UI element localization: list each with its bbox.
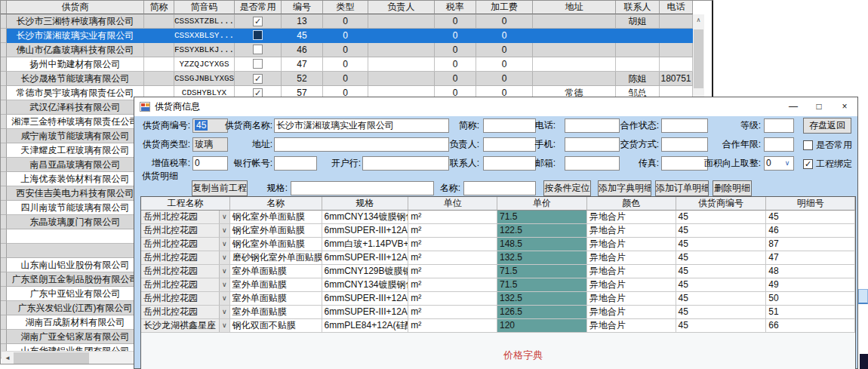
add-dictionary-detail-button[interactable]: 添加字典明细: [598, 180, 651, 196]
column-header-fee[interactable]: 加工费: [476, 1, 533, 14]
detail-row[interactable]: 岳州北控花园∨钢化室外单面贴膜6mmSUPER-III+12A(硅...m²12…: [141, 224, 855, 238]
detail-row[interactable]: 岳州北控花园∨钢化室外单面贴膜6mm白玻+1.14PVB+6mm...m²148…: [141, 238, 855, 251]
detail-column-header-name[interactable]: 名称: [230, 197, 322, 211]
chevron-down-icon[interactable]: ∨: [219, 278, 229, 291]
detail-cell-unit: m²: [408, 238, 497, 251]
detail-cell-project[interactable]: 岳州北控花园∨: [141, 306, 230, 319]
detail-column-header-price[interactable]: 单价: [497, 197, 587, 211]
supplier-type-label: 供货商类型:: [134, 137, 190, 152]
maximize-button[interactable]: □: [806, 97, 832, 116]
supplier-row[interactable]: 长沙市三湘特种玻璃有限公司CSSSXTZBL...✓13000胡姐: [1, 14, 693, 29]
detail-cell-spec: 6mmCNY134镀膜钢化: [322, 211, 409, 224]
chevron-down-icon[interactable]: ∨: [219, 319, 229, 332]
copy-current-project-button[interactable]: 复制当前工程: [192, 180, 248, 196]
minimize-button[interactable]: —: [780, 97, 806, 116]
row-header-cell: [1, 244, 7, 258]
add-order-detail-button[interactable]: 添加订单明细: [655, 180, 709, 196]
close-button[interactable]: ×: [832, 97, 857, 116]
coop-years-field[interactable]: [764, 137, 794, 152]
column-header-contact[interactable]: 联系人: [616, 1, 660, 14]
detail-row[interactable]: 岳州北控花园∨室外单面贴膜6mmSUPER-III+12A(硅...m²126.…: [141, 306, 855, 319]
detail-row[interactable]: 岳州北控花园∨室外单面贴膜6mmCNY134镀膜钢化m²71.5异地合片4549: [141, 278, 855, 292]
detail-cell-project[interactable]: 长沙龙湖祺鑫星座∨: [141, 319, 230, 333]
detail-cell-project[interactable]: 岳州北控花园∨: [141, 265, 230, 278]
project-bind-checkbox-row[interactable]: ✓ 工程绑定: [803, 158, 852, 170]
detail-row[interactable]: 长沙龙湖祺鑫星座∨钢化双面不贴膜6mmPLE84+12A(硅酮胶...m²120…: [141, 319, 855, 333]
column-header-type[interactable]: 类型: [323, 1, 368, 14]
detail-row[interactable]: 岳州北控花园∨磨砂钢化室外单面贴膜6mmSUPER-III+12A(硅...m²…: [141, 251, 855, 265]
project-combo-value: 岳州北控花园: [141, 251, 219, 264]
chevron-down-icon[interactable]: ∨: [219, 238, 229, 251]
unchecked-checkbox-icon[interactable]: [253, 45, 263, 54]
column-header-name[interactable]: 供货商: [7, 1, 144, 14]
scroll-left-icon[interactable]: ◄: [2, 355, 14, 361]
area-round-up-select[interactable]: 0 ∨: [764, 156, 794, 171]
grade-field[interactable]: [764, 118, 794, 133]
detail-cell-project[interactable]: 岳州北控花园∨: [141, 292, 230, 306]
unchecked-checkbox-icon[interactable]: [253, 30, 263, 40]
detail-row[interactable]: 岳州北控花园∨室外单面贴膜6mmCNY129B镀膜钢化m²71.5异地合片454…: [141, 265, 855, 278]
column-header-addr[interactable]: 地址: [533, 1, 616, 14]
checked-checkbox-icon[interactable]: ✓: [253, 17, 263, 26]
supplier-name-field[interactable]: 长沙市潇湘玻璃实业有限公司: [274, 118, 449, 133]
checked-checkbox-icon[interactable]: ✓: [253, 74, 263, 84]
row-header-cell: [1, 72, 7, 86]
supplier-row[interactable]: 长沙晟格节能玻璃有限公司CSSGJNBLYXGS✓52000陈姐180751: [1, 72, 693, 86]
detail-cell-detail_id: 47: [766, 251, 855, 265]
detail-row[interactable]: 岳州北控花园∨钢化室外单面贴膜6mmCNY134镀膜钢化m²71.5异地合片45…: [141, 211, 855, 224]
detail-column-header-unit[interactable]: 单位: [408, 197, 497, 211]
column-header-phone[interactable]: 电话: [660, 1, 693, 14]
supplier-cell-abbr: [144, 14, 174, 29]
column-header-tax[interactable]: 税率: [435, 1, 476, 14]
common-use-checkbox-row[interactable]: 是否常用: [803, 139, 852, 151]
chevron-down-icon[interactable]: ∨: [219, 211, 229, 223]
detail-cell-project[interactable]: 岳州北控花园∨: [141, 238, 230, 251]
detail-cell-project[interactable]: 岳州北控花园∨: [141, 211, 230, 224]
project-combo-value: 岳州北控花园: [141, 306, 219, 318]
column-header-id[interactable]: 编号: [282, 1, 323, 14]
supplier-cell-abbr: [144, 72, 174, 86]
chevron-down-icon[interactable]: ∨: [219, 265, 229, 278]
chevron-down-icon[interactable]: ∨: [219, 251, 229, 264]
supplier-row[interactable]: 长沙市潇湘玻璃实业有限公司CSSXXBLSY...45000: [1, 29, 693, 43]
name-filter-input[interactable]: [463, 181, 536, 195]
detail-cell-project[interactable]: 岳州北控花园∨: [141, 251, 230, 265]
detail-column-header-project[interactable]: 工程名称: [141, 197, 230, 211]
column-header-common[interactable]: 是否常用: [235, 1, 282, 14]
dialog-titlebar[interactable]: 供货商信息 — □ ×: [134, 97, 857, 116]
chevron-down-icon[interactable]: ∨: [219, 224, 229, 237]
project-bind-checkbox[interactable]: ✓: [803, 159, 813, 169]
address-field[interactable]: [274, 137, 449, 152]
save-return-button[interactable]: 存盘返回: [803, 118, 851, 134]
detail-cell-project[interactable]: 岳州北控花园∨: [141, 278, 230, 292]
bank-account-field[interactable]: [274, 156, 317, 171]
supplier-row[interactable]: 佛山市亿鑫玻璃科技有限公司FSSYXBLKJ...46000: [1, 43, 693, 57]
locate-by-condition-button[interactable]: 按条件定位: [543, 180, 591, 196]
supplier-cell-tax: 0: [435, 57, 476, 72]
detail-column-header-spec[interactable]: 规格: [322, 197, 409, 211]
chevron-down-icon[interactable]: ∨: [219, 292, 229, 305]
detail-cell-supplier_id: 45: [676, 278, 767, 292]
horizontal-scrollbar-thumb[interactable]: [14, 352, 89, 364]
detail-cell-name: 室外单面贴膜: [230, 292, 322, 306]
vertical-scrollbar-thumb[interactable]: [694, 29, 703, 88]
column-header-code[interactable]: 简音码: [174, 1, 235, 14]
detail-row[interactable]: 岳州北控花园∨室外单面贴膜6mmSUPER-III+12A(硅...m²132.…: [141, 292, 855, 306]
common-use-checkbox[interactable]: [803, 140, 813, 150]
unchecked-checkbox-icon[interactable]: [253, 59, 263, 69]
detail-column-header-detail_id[interactable]: 明细号: [766, 197, 855, 211]
column-header-abbr[interactable]: 简称: [144, 1, 174, 14]
supplier-row[interactable]: 扬州中勤建材有限公司YZZQJCYXGS47000: [1, 57, 693, 72]
app-root: 供货商简称简音码是否常用编号类型负责人税率加工费地址联系人电话 长沙市三湘特种玻…: [0, 0, 868, 369]
name-filter-label: 名称:: [432, 181, 460, 195]
price-dictionary-label: 价格字典: [474, 349, 572, 362]
spec-filter-input[interactable]: [291, 181, 434, 195]
scroll-up-icon[interactable]: ∧: [693, 14, 704, 26]
detail-cell-name: 磨砂钢化室外单面贴膜: [230, 251, 322, 265]
detail-column-header-supplier_id[interactable]: 供货商编号: [676, 197, 767, 211]
detail-column-header-color[interactable]: 颜色: [587, 197, 676, 211]
column-header-manager[interactable]: 负责人: [368, 1, 435, 14]
detail-cell-project[interactable]: 岳州北控花园∨: [141, 224, 230, 238]
delete-detail-button[interactable]: 删除明细: [713, 180, 752, 196]
chevron-down-icon[interactable]: ∨: [219, 306, 229, 318]
